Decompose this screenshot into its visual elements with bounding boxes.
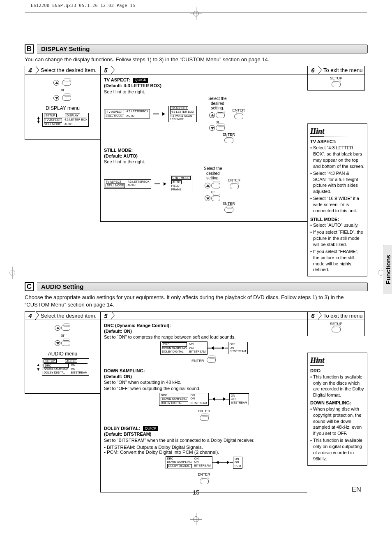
step-number-6: 6 bbox=[308, 311, 318, 320]
display-menu-label: DISPLAY menu bbox=[28, 105, 97, 111]
still-mode-mini-menu: TV ASPECT4:3 LETTERBOX STILL MODEAUTO bbox=[104, 179, 151, 189]
remote-icon bbox=[224, 137, 233, 143]
hint-item: When playing disc with copyright protect… bbox=[310, 406, 364, 437]
arrow-down-icon bbox=[209, 125, 215, 131]
hint-title: Hint bbox=[310, 126, 324, 137]
drc-desc: Set to “ON” to compress the range betwee… bbox=[104, 334, 235, 339]
language-label: EN bbox=[351, 485, 361, 494]
audio-step6: 6 To exit the menu SETUP bbox=[307, 311, 365, 336]
remote-icon bbox=[62, 95, 71, 101]
still-mode-title: STILL MODE: bbox=[104, 148, 133, 153]
hint-item: Select “AUTO” usually. bbox=[310, 222, 364, 228]
audio-menu-box: SETUP AUDIO DRCON DOWN SAMPLINGON DOLBY … bbox=[42, 358, 89, 376]
hint-tv-aspect-head: TV ASPECT: bbox=[310, 139, 364, 145]
down-menu-off: ON OFF BITSTREAM bbox=[229, 393, 249, 405]
select-desired-1: Select the desired setting. bbox=[208, 96, 226, 111]
display-step4: 4 Select the desired item. or DISPLAY me… bbox=[25, 66, 100, 140]
down-desc1: Set to “ON” when outputting in 48 kHz. bbox=[104, 380, 181, 385]
drc-title: DRC (Dynamic Range Control): bbox=[104, 323, 171, 328]
remote-icon bbox=[230, 183, 239, 189]
hint-item: Select “4:3 PAN & SCAN” for a full heigh… bbox=[310, 170, 364, 195]
side-tab-functions: Functions bbox=[383, 245, 392, 294]
step-number-4: 4 bbox=[25, 66, 36, 74]
tv-aspect-mini-menu: TV ASPECT4:3 LETTERBOX STILL MODEAUTO bbox=[104, 109, 150, 118]
down-desc2: Set to “OFF” when outputting the origina… bbox=[104, 386, 201, 391]
dolby-menu: DRCON DOWN SAMPLINGON DOLBY DIGITALBITST… bbox=[166, 456, 212, 469]
step-number-5: 5 bbox=[101, 66, 111, 74]
drc-menu-off: OFF ON BITSTREAM bbox=[228, 342, 248, 354]
remote-icon bbox=[211, 195, 220, 201]
remote-icon bbox=[62, 80, 71, 86]
quick-badge: QUICK bbox=[133, 78, 148, 83]
audio-intro: Choose the appropriate audio settings fo… bbox=[25, 294, 367, 309]
arrow-up-icon bbox=[209, 112, 215, 118]
step4-label: Select the desired item. bbox=[36, 67, 97, 73]
step4-label: Select the desired item. bbox=[36, 313, 97, 319]
display-step5: 5 TV ASPECT: QUICK (Default: 4:3 LETTER … bbox=[100, 66, 307, 222]
remote-icon bbox=[216, 112, 225, 118]
tv-aspect-options: TV ASPECT 4:3 LETTER BOX 4:3 PAN & SCAN … bbox=[168, 106, 197, 122]
display-menu-box: SETUP DISPLAY TV ASPECT4:3 LETTER BOX ST… bbox=[42, 113, 89, 127]
remote-icon bbox=[207, 357, 216, 363]
arrow-up-icon bbox=[53, 80, 59, 86]
arrow-up-icon bbox=[55, 325, 60, 331]
dolby-desc: Set to “BITSTREAM” when the unit is conn… bbox=[104, 438, 254, 443]
remote-icon bbox=[211, 183, 220, 188]
dolby-menu-alt: ON ON PCM bbox=[233, 457, 243, 469]
remote-icon bbox=[234, 114, 243, 119]
page-number: 15 bbox=[193, 489, 200, 496]
hint-still-mode-head: STILL MODE: bbox=[310, 216, 364, 223]
display-step6: 6 To exit the menu SETUP bbox=[307, 66, 365, 91]
hint-item: Select “16:9 WIDE” if a wide-screen TV i… bbox=[310, 195, 364, 214]
remote-icon bbox=[224, 207, 233, 213]
see-hint-1: See Hint to the right. bbox=[104, 89, 145, 94]
step6-label: To exit the menu bbox=[318, 67, 362, 73]
display-hint: Hint TV ASPECT: Select “4:3 LETTER BOX”,… bbox=[307, 123, 367, 276]
remote-icon bbox=[61, 325, 70, 331]
audio-hint: Hint DRC: This function is available onl… bbox=[307, 353, 367, 466]
hint-item: This function is available only on the d… bbox=[310, 374, 364, 398]
hint-down-head: DOWN SAMPLING: bbox=[310, 400, 364, 406]
tv-aspect-default: (Default: 4:3 LETTER BOX) bbox=[104, 83, 161, 88]
hint-title: Hint bbox=[310, 355, 324, 366]
drc-menu: DRCON DOWN SAMPLINGON DOLBY DIGITALBITST… bbox=[160, 341, 207, 354]
section-title-display: DISPLAY Setting bbox=[37, 44, 367, 53]
down-menu: DRCON DOWN SAMPLINGON DOLBY DIGITALBITST… bbox=[159, 393, 208, 406]
hint-drc-head: DRC: bbox=[310, 368, 364, 374]
drc-default: (Default: ON) bbox=[104, 329, 132, 334]
audio-step5: 5 DRC (Dynamic Range Control): (Default:… bbox=[100, 311, 307, 492]
quick-badge: QUICK bbox=[143, 426, 158, 431]
remote-icon bbox=[216, 125, 225, 131]
crop-mark-bottom bbox=[190, 513, 202, 525]
section-letter-b: B bbox=[25, 44, 34, 53]
arrow-down-icon bbox=[55, 340, 60, 346]
hint-item: This function is available only on digit… bbox=[310, 437, 364, 462]
tv-aspect-title: TV ASPECT: bbox=[104, 77, 130, 82]
dolby-title: DOLBY DIGITAL: bbox=[104, 426, 140, 431]
step6-label: To exit the menu bbox=[318, 313, 362, 319]
step-number-5: 5 bbox=[101, 311, 111, 320]
section-title-audio: AUDIO Setting bbox=[37, 282, 367, 291]
section-letter-c: C bbox=[25, 282, 34, 291]
arrow-up-icon bbox=[205, 183, 210, 188]
dolby-default: (Default: BITSTREAM) bbox=[104, 432, 152, 437]
audio-step4: 4 Select the desired item. or AUDIO menu… bbox=[25, 311, 100, 394]
hint-item: Select “4:3 LETTER BOX”, so that black b… bbox=[310, 145, 364, 169]
dolby-b1: BITSTREAM: Outputs a Dolby Digital Signa… bbox=[104, 445, 304, 450]
or-text: or bbox=[28, 88, 97, 92]
section-audio: C AUDIO Setting Choose the appropriate a… bbox=[25, 282, 367, 492]
remote-icon bbox=[200, 415, 209, 421]
hint-item: If you select “FRAME”, the picture in th… bbox=[310, 248, 364, 273]
still-mode-default: (Default: AUTO) bbox=[104, 153, 138, 158]
crop-target-left bbox=[6, 267, 18, 279]
still-mode-options: STILL MODE AUTO FIELD FRAME bbox=[170, 176, 192, 192]
arrow-down-icon bbox=[53, 95, 59, 101]
step-number-6: 6 bbox=[308, 66, 318, 74]
down-default: (Default: ON) bbox=[104, 374, 132, 379]
remote-icon bbox=[332, 81, 341, 87]
remote-icon bbox=[332, 327, 341, 332]
page-footer: –15– bbox=[0, 489, 392, 496]
step-number-4: 4 bbox=[25, 311, 36, 320]
audio-menu-label: AUDIO menu bbox=[28, 351, 97, 357]
dolby-b2: PCM: Convert the Dolby Digital into PCM … bbox=[104, 450, 304, 455]
